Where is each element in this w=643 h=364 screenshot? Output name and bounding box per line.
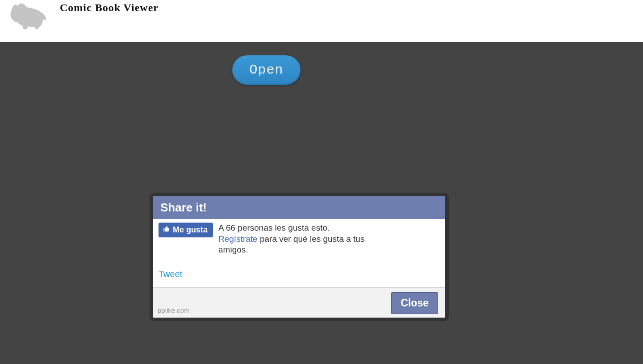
app-title: Comic Book Viewer bbox=[60, 2, 159, 14]
tweet-link[interactable]: Tweet bbox=[159, 269, 182, 279]
facebook-register-link[interactable]: Regístrate bbox=[218, 234, 258, 244]
open-button[interactable]: Open bbox=[232, 55, 300, 85]
close-button[interactable]: Close bbox=[391, 292, 438, 314]
facebook-text-pre: A 66 personas les gusta esto. bbox=[218, 223, 330, 232]
footer-site-text: ppilke.com bbox=[158, 306, 190, 314]
dialog-footer: ppilke.com Close bbox=[153, 287, 445, 318]
facebook-row: Me gusta A 66 personas les gusta esto. R… bbox=[159, 223, 440, 256]
thumbs-up-icon bbox=[163, 225, 170, 235]
facebook-like-text: A 66 personas les gusta esto. Regístrate… bbox=[218, 223, 366, 256]
facebook-like-button[interactable]: Me gusta bbox=[159, 223, 213, 237]
dialog-title: Share it! bbox=[153, 196, 445, 219]
app-logo bbox=[9, 0, 54, 31]
share-dialog: Share it! Me gusta A 66 personas les gus… bbox=[150, 193, 449, 321]
app-header: Comic Book Viewer bbox=[0, 0, 643, 42]
facebook-like-label: Me gusta bbox=[173, 225, 208, 235]
dialog-body: Me gusta A 66 personas les gusta esto. R… bbox=[153, 219, 445, 287]
